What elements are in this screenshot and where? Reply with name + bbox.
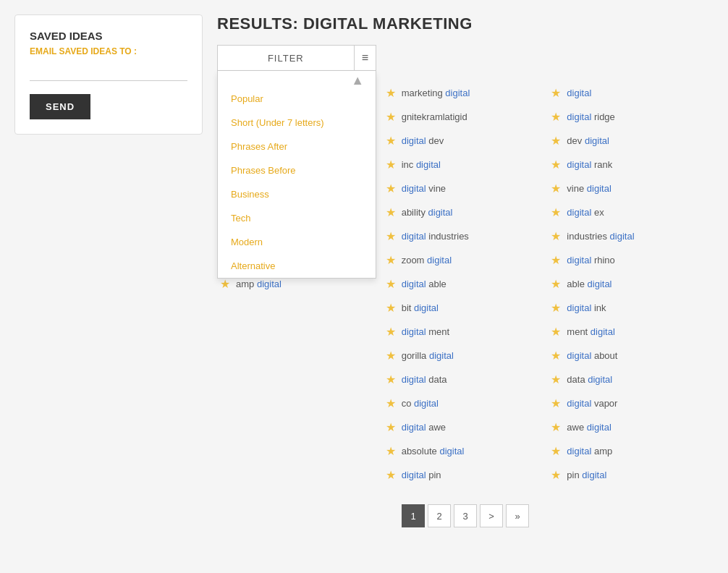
star-icon[interactable]: ★ (386, 86, 396, 100)
filter-option-phrases-after[interactable]: Phrases After (218, 135, 376, 158)
list-item: ★industries digital (548, 224, 714, 248)
send-button[interactable]: SEND (30, 94, 90, 119)
result-name[interactable]: digital dev (402, 135, 444, 146)
result-name[interactable]: co digital (402, 398, 439, 409)
star-icon[interactable]: ★ (386, 134, 396, 148)
star-icon[interactable]: ★ (551, 134, 561, 148)
result-name[interactable]: bit digital (402, 302, 439, 313)
star-icon[interactable]: ★ (551, 253, 561, 267)
filter-option-business[interactable]: Business (218, 182, 376, 206)
result-name[interactable]: digital awe (402, 422, 446, 433)
star-icon[interactable]: ★ (551, 205, 561, 219)
result-name[interactable]: amp digital (236, 279, 282, 289)
dropdown-arrow-icon: ▲ (218, 71, 376, 87)
result-name[interactable]: digital industries (402, 231, 469, 242)
star-icon[interactable]: ★ (551, 301, 561, 315)
star-icon[interactable]: ★ (551, 373, 561, 386)
star-icon[interactable]: ★ (386, 205, 396, 219)
page-btn-last[interactable]: » (506, 504, 529, 527)
result-name[interactable]: ability digital (402, 207, 453, 218)
star-icon[interactable]: ★ (551, 444, 561, 458)
filter-menu-icon[interactable]: ≡ (354, 46, 376, 70)
result-name[interactable]: ment digital (567, 326, 614, 337)
result-name[interactable]: digital vine (402, 183, 446, 194)
page-btn-2[interactable]: 2 (428, 504, 451, 527)
star-icon[interactable]: ★ (386, 253, 396, 267)
result-name[interactable]: absolute digital (402, 446, 465, 457)
star-icon[interactable]: ★ (551, 158, 561, 171)
star-icon[interactable]: ★ (386, 396, 396, 410)
star-icon[interactable]: ★ (551, 349, 561, 362)
result-name[interactable]: digital ex (567, 207, 604, 218)
star-icon[interactable]: ★ (551, 110, 561, 124)
result-name[interactable]: gorilla digital (402, 350, 454, 361)
list-item: ★gorilla digital (383, 344, 549, 368)
filter-option-phrases-before[interactable]: Phrases Before (218, 158, 376, 182)
result-name[interactable]: marketing digital (402, 88, 470, 98)
list-item (217, 391, 383, 415)
list-item: ★vine digital (548, 177, 714, 200)
list-item: ★digital able (383, 272, 549, 296)
result-name[interactable]: digital ridge (567, 111, 615, 122)
star-icon[interactable]: ★ (386, 301, 396, 315)
result-name[interactable]: inc digital (402, 159, 441, 170)
filter-option-alternative[interactable]: Alternative (218, 254, 376, 278)
star-icon[interactable]: ★ (386, 468, 396, 482)
star-icon[interactable]: ★ (386, 158, 396, 171)
star-icon[interactable]: ★ (551, 420, 561, 434)
filter-bar[interactable]: FILTER ≡ (217, 45, 376, 71)
result-name[interactable]: dev digital (567, 135, 609, 146)
email-saved-ideas-label: EMAIL SAVED IDEAS TO : (30, 46, 187, 56)
result-name[interactable]: pin digital (567, 470, 606, 480)
star-icon[interactable]: ★ (551, 277, 561, 291)
result-name[interactable]: digital vapor (567, 398, 617, 409)
page-btn-3[interactable]: 3 (454, 504, 477, 527)
star-icon[interactable]: ★ (386, 182, 396, 195)
star-icon[interactable]: ★ (551, 325, 561, 339)
result-name[interactable]: digital ment (402, 326, 449, 337)
star-icon[interactable]: ★ (551, 468, 561, 482)
filter-option-tech[interactable]: Tech (218, 206, 376, 230)
star-icon[interactable]: ★ (551, 182, 561, 195)
filter-option-popular[interactable]: Popular (218, 87, 376, 111)
result-name[interactable]: zoom digital (402, 255, 452, 266)
star-icon[interactable]: ★ (386, 373, 396, 386)
result-name[interactable]: digital able (402, 279, 446, 289)
list-item: ★ability digital (383, 200, 549, 224)
star-icon[interactable]: ★ (220, 277, 230, 291)
list-item (217, 344, 383, 368)
result-name[interactable]: digital data (402, 374, 447, 385)
result-name[interactable]: digital rhino (567, 255, 615, 266)
list-item: ★digital rank (548, 153, 714, 177)
page-btn-next[interactable]: > (480, 504, 503, 527)
list-item (217, 439, 383, 463)
star-icon[interactable]: ★ (386, 420, 396, 434)
filter-option-short[interactable]: Short (Under 7 letters) (218, 111, 376, 135)
star-icon[interactable]: ★ (386, 444, 396, 458)
star-icon[interactable]: ★ (386, 229, 396, 243)
star-icon[interactable]: ★ (386, 110, 396, 124)
star-icon[interactable]: ★ (551, 229, 561, 243)
star-icon[interactable]: ★ (386, 349, 396, 362)
filter-option-modern[interactable]: Modern (218, 230, 376, 254)
list-item: ★digital amp (548, 439, 714, 463)
result-name[interactable]: digital ink (567, 302, 606, 313)
result-name[interactable]: industries digital (567, 231, 634, 242)
star-icon[interactable]: ★ (551, 86, 561, 100)
star-icon[interactable]: ★ (386, 277, 396, 291)
result-name[interactable]: digital pin (402, 470, 441, 480)
result-name[interactable]: digital about (567, 350, 617, 361)
result-name[interactable]: gnitekramlatigid (402, 111, 467, 122)
result-name[interactable]: data digital (567, 374, 612, 385)
star-icon[interactable]: ★ (551, 396, 561, 410)
result-name[interactable]: vine digital (567, 183, 611, 194)
result-name[interactable]: able digital (567, 279, 611, 289)
result-name[interactable]: digital (567, 88, 591, 98)
result-name[interactable]: digital amp (567, 446, 612, 457)
star-icon[interactable]: ★ (386, 325, 396, 339)
saved-ideas-panel: SAVED IDEAS EMAIL SAVED IDEAS TO : SEND (14, 14, 203, 135)
page-btn-1[interactable]: 1 (402, 504, 425, 527)
result-name[interactable]: awe digital (567, 422, 611, 433)
result-name[interactable]: digital rank (567, 159, 612, 170)
email-input[interactable] (30, 64, 187, 81)
